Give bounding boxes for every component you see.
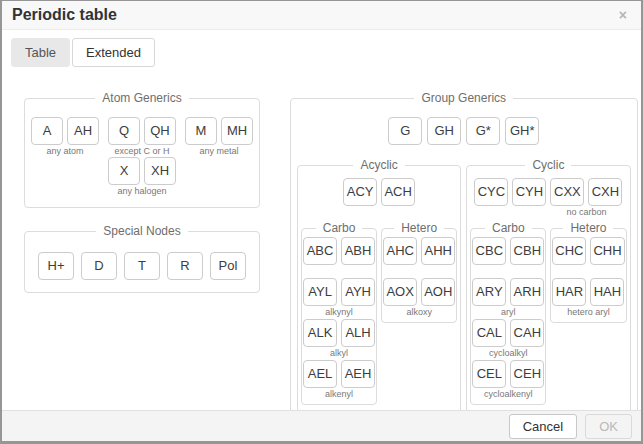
atom-generics-row-2: X XH any halogen <box>31 157 253 197</box>
group-caption: alkyl <box>330 348 348 359</box>
acyclic-hetero-stack: AHC AHH AOX AOH <box>383 237 455 318</box>
button-ahh[interactable]: AHH <box>421 237 455 265</box>
button-cyc[interactable]: CYC <box>474 178 508 206</box>
button-arh[interactable]: ARH <box>510 278 544 306</box>
button-pair: CXX CXH <box>550 178 622 206</box>
button-ah[interactable]: AH <box>67 117 99 145</box>
button-d[interactable]: D <box>81 252 117 280</box>
button-abc[interactable]: ABC <box>303 237 337 265</box>
group-caption: except C or H <box>114 146 169 157</box>
button-pair: CBC CBH <box>472 237 544 265</box>
group-caption: any metal <box>199 146 238 157</box>
group-caption: cycloalkenyl <box>484 389 533 400</box>
button-m[interactable]: M <box>185 117 217 145</box>
close-icon[interactable]: × <box>615 6 631 24</box>
atom-generics-row-1: A AH any atom Q QH except C or H <box>31 117 253 157</box>
button-q[interactable]: Q <box>108 117 140 145</box>
button-ary[interactable]: ARY <box>472 278 506 306</box>
special-nodes-section: Special Nodes H+ D T R Pol <box>24 224 260 293</box>
except-c-h-group: Q QH except C or H <box>108 117 176 157</box>
button-ach[interactable]: ACH <box>381 178 415 206</box>
button-ael[interactable]: AEL <box>303 360 337 388</box>
hetero-legend: Hetero <box>394 221 444 235</box>
button-aox[interactable]: AOX <box>383 278 417 306</box>
button-abh[interactable]: ABH <box>341 237 375 265</box>
button-ayh[interactable]: AYH <box>341 278 375 306</box>
cyclic-hetero-stack: CHC CHH HAR HAH <box>552 237 624 318</box>
button-alh[interactable]: ALH <box>341 319 375 347</box>
acyclic-columns: Carbo ABC ABH <box>301 221 457 405</box>
aryl-group: ARY ARH aryl <box>472 278 544 318</box>
button-g[interactable]: G <box>388 117 422 145</box>
special-nodes-row: H+ D T R Pol <box>31 252 253 280</box>
tab-extended[interactable]: Extended <box>72 38 155 67</box>
button-group: CBC CBH <box>472 237 544 277</box>
button-t[interactable]: T <box>124 252 160 280</box>
cyclic-top-row: CYC CYH CXX CXH no carbon <box>470 178 626 218</box>
button-acy[interactable]: ACY <box>343 178 377 206</box>
special-nodes-legend: Special Nodes <box>96 224 187 238</box>
cyclic-hetero-section: Hetero CHC CHH <box>550 221 626 323</box>
acyclic-hetero-section: Hetero AHC AHH <box>381 221 457 323</box>
button-a[interactable]: A <box>31 117 63 145</box>
cancel-button[interactable]: Cancel <box>509 414 577 439</box>
button-hah[interactable]: HAH <box>590 278 624 306</box>
button-qh[interactable]: QH <box>144 117 176 145</box>
carbo-legend: Carbo <box>316 221 363 235</box>
group-generics-columns: Acyclic ACY ACH <box>297 158 631 413</box>
button-chh[interactable]: CHH <box>590 237 624 265</box>
button-cah[interactable]: CAH <box>510 319 544 347</box>
button-gh-star[interactable]: GH* <box>505 117 539 145</box>
button-aoh[interactable]: AOH <box>421 278 455 306</box>
tab-table[interactable]: Table <box>11 38 70 67</box>
button-ayl[interactable]: AYL <box>303 278 337 306</box>
acyclic-top-group: ACY ACH <box>343 178 415 218</box>
group-caption: any atom <box>46 146 83 157</box>
group-caption: alkenyl <box>325 389 353 400</box>
button-group: AHC AHH <box>383 237 455 277</box>
button-cal[interactable]: CAL <box>472 319 506 347</box>
button-cbc[interactable]: CBC <box>472 237 506 265</box>
hetero-aryl-group: HAR HAH hetero aryl <box>552 278 624 318</box>
cyclic-section: Cyclic CYC CYH CXX <box>466 158 630 413</box>
right-column: Group Generics G GH G* GH* Acyclic ACY <box>290 91 638 424</box>
cyclic-top-group: CYC CYH <box>474 178 546 218</box>
button-har[interactable]: HAR <box>552 278 586 306</box>
alkyl-group: ALK ALH alkyl <box>303 319 375 359</box>
button-gh[interactable]: GH <box>427 117 461 145</box>
button-chc[interactable]: CHC <box>552 237 586 265</box>
button-ahc[interactable]: AHC <box>383 237 417 265</box>
button-g-star[interactable]: G* <box>466 117 500 145</box>
button-cbh[interactable]: CBH <box>510 237 544 265</box>
button-pair: CYC CYH <box>474 178 546 206</box>
button-cxh[interactable]: CXH <box>588 178 622 206</box>
dialog-title: Periodic table <box>12 6 117 24</box>
atom-generics-legend: Atom Generics <box>95 91 188 105</box>
tab-bar: Table Extended <box>2 30 641 67</box>
any-halogen-group: X XH any halogen <box>108 157 176 197</box>
acyclic-carbo-stack: ABC ABH AYL AYH <box>303 237 375 400</box>
button-pair: A AH <box>31 117 99 145</box>
button-pair: AOX AOH <box>383 278 455 306</box>
button-cel[interactable]: CEL <box>472 360 506 388</box>
periodic-table-dialog: Periodic table × Table Extended Atom Gen… <box>0 0 643 444</box>
button-h-plus[interactable]: H+ <box>38 252 74 280</box>
button-aeh[interactable]: AEH <box>341 360 375 388</box>
left-column: Atom Generics A AH any atom Q QH <box>24 91 260 293</box>
dialog-header: Periodic table × <box>2 1 641 30</box>
button-cxx[interactable]: CXX <box>550 178 584 206</box>
button-group: ABC ABH <box>303 237 375 277</box>
alkynyl-group: AYL AYH alkynyl <box>303 278 375 318</box>
group-caption: aryl <box>501 307 516 318</box>
button-mh[interactable]: MH <box>221 117 253 145</box>
button-r[interactable]: R <box>167 252 203 280</box>
button-pol[interactable]: Pol <box>210 252 246 280</box>
button-cyh[interactable]: CYH <box>512 178 546 206</box>
button-pair: CHC CHH <box>552 237 624 265</box>
button-xh[interactable]: XH <box>144 157 176 185</box>
acyclic-legend: Acyclic <box>353 158 404 172</box>
button-x[interactable]: X <box>108 157 140 185</box>
button-alk[interactable]: ALK <box>303 319 337 347</box>
ok-button[interactable]: OK <box>585 414 632 439</box>
button-ceh[interactable]: CEH <box>510 360 544 388</box>
